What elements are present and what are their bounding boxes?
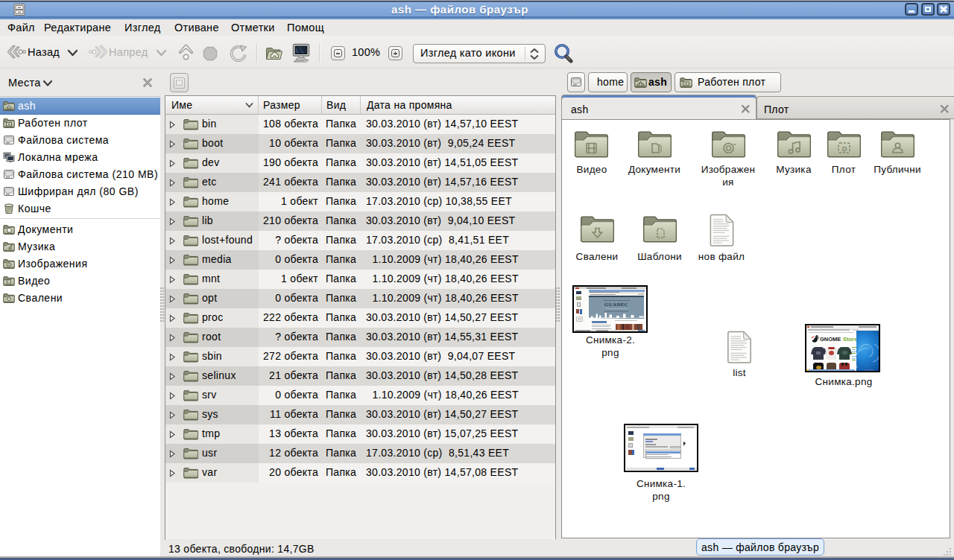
svg-text:D: D (842, 145, 847, 153)
